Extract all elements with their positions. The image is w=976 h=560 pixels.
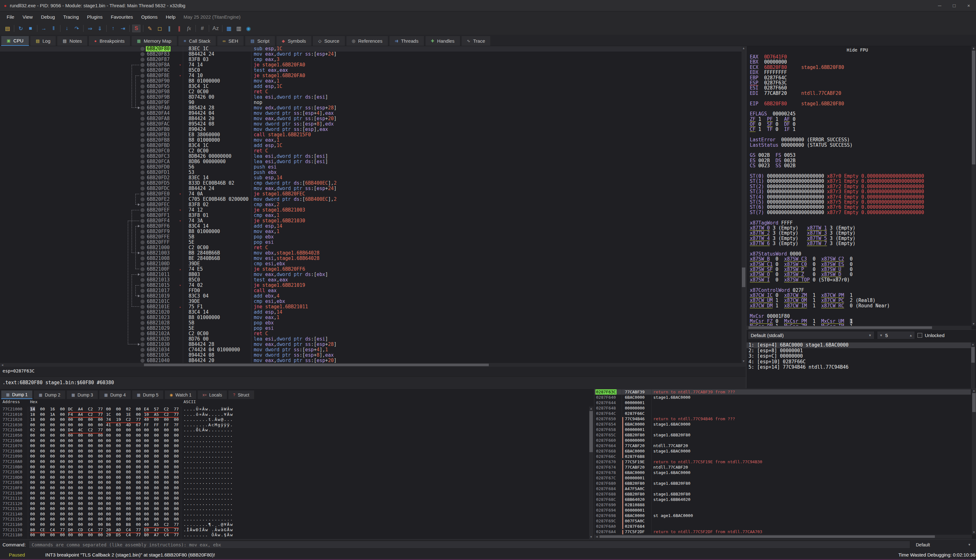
disasm-row[interactable]: 6BB2102AC2 0C00ret C	[0, 331, 742, 337]
dump-row[interactable]: 77C2111000 00 00 0000 00 00 0000 00 00 0…	[0, 496, 589, 501]
az-icon[interactable]: Az	[211, 24, 220, 33]
run-icon[interactable]: →	[39, 24, 49, 33]
argument-row[interactable]: 4: [esp+10] 0287F66C	[747, 359, 971, 365]
tab-references[interactable]: ◎References	[346, 36, 388, 46]
dump-row[interactable]: 77C2113000 00 00 0000 00 00 0000 00 00 0…	[0, 506, 589, 512]
register-line[interactable]: x87CW_DM 1 x87CW_IM 1 x87CW_RC 0 (Round …	[750, 303, 971, 308]
breakpoint-dot[interactable]	[140, 95, 145, 99]
disasm-row[interactable]: 6BB20FA4894424 04mov dword ptr ss:[esp+4…	[0, 111, 742, 116]
register-line[interactable]: ST(3) 00000000000000000000 x87r3 Empty 0…	[750, 189, 971, 194]
stack-row[interactable]: 0287F65800000001	[594, 427, 971, 432]
arguments-vscrollbar[interactable]: ▲	[971, 342, 975, 388]
register-line[interactable]: EAX 0D7641F0	[750, 54, 971, 60]
register-line[interactable]: CS 0023 SS 002B	[750, 163, 971, 168]
scroll-up-icon[interactable]: ▲	[971, 343, 975, 346]
register-line[interactable]: x87ControlWord 027F	[750, 288, 971, 293]
menu-options[interactable]: Options	[137, 14, 162, 20]
breakpoint-dot[interactable]	[140, 63, 145, 67]
disasm-row[interactable]: 6BB20F9B8D7426 00lea esi,dword ptr ds:[e…	[0, 95, 742, 100]
disasm-row[interactable]: 6BB20F8083EC 1Csub esp,1C	[0, 46, 742, 52]
breakpoint-dot[interactable]	[140, 305, 145, 309]
register-line[interactable]	[750, 132, 971, 137]
breakpoint-dot[interactable]	[140, 219, 145, 223]
stack-row[interactable]: 0287F64400000001	[594, 400, 971, 405]
stack-row[interactable]: 0287F69400000001	[594, 508, 971, 513]
breakpoint-dot[interactable]	[140, 251, 145, 255]
memory-icon[interactable]: ▥	[234, 24, 244, 33]
execute-till-return-icon[interactable]: ⇒	[85, 24, 95, 33]
disasm-row[interactable]: 6BB20F8783F8 03cmp eax,3	[0, 57, 742, 62]
step-over-icon[interactable]: ↷	[72, 24, 82, 33]
disasm-row[interactable]: 6BB20F9583C4 1Cadd esp,1C	[0, 84, 742, 89]
dump-row[interactable]: 77C2106000 00 00 0000 00 00 0000 00 00 0…	[0, 438, 589, 443]
stack-row[interactable]: 0287F684A47F5A0C	[594, 486, 971, 492]
trace-coverage-icon[interactable]: ∥	[174, 24, 184, 33]
dump-row[interactable]: 77C2105000 00 00 0000 00 00 0000 00 00 0…	[0, 433, 589, 438]
disasm-row[interactable]: 6BB20FD153push ebx	[0, 170, 742, 175]
disasm-row[interactable]: 6BB21015▾74 02je stage1.6BB21019	[0, 283, 742, 288]
register-line[interactable]: x87SW_C1 0 x87SW_C0 0 x87SW_ES 0	[750, 262, 971, 267]
dump-row[interactable]: 77C2114000 00 00 0000 00 00 0000 00 00 0…	[0, 512, 589, 517]
breakpoint-dot[interactable]	[140, 127, 145, 132]
disasm-row[interactable]: 6BB2103C894424 08mov dword ptr ss:[esp+8…	[0, 353, 742, 358]
arguments-vscroll-thumb[interactable]	[971, 347, 975, 363]
disasm-row[interactable]: 6BB20FA08B5424 28mov edx,dword ptr ss:[e…	[0, 105, 742, 111]
breakpoint-dot[interactable]	[140, 58, 145, 62]
stack-row[interactable]: 0287F6986BAC0000st age1.6BAC0000	[594, 513, 971, 518]
hash-icon[interactable]: #	[197, 24, 207, 33]
breakpoint-dot[interactable]	[140, 289, 145, 293]
disasm-row[interactable]: 6BB20FC38DB426 00000000lea esi,dword ptr…	[0, 154, 742, 159]
breakpoint-dot[interactable]	[140, 358, 145, 363]
breakpoint-dot[interactable]	[140, 138, 145, 142]
register-line[interactable]	[750, 96, 971, 101]
tab-symbols[interactable]: ◆Symbols	[276, 36, 312, 46]
breakpoint-dot[interactable]	[140, 257, 145, 260]
breakpoint-dot[interactable]	[140, 203, 145, 207]
calling-convention-select[interactable]: Default (stdcall) ▼	[748, 331, 874, 339]
tab-struct[interactable]: ?Struct	[228, 390, 254, 399]
breakpoint-dot[interactable]	[140, 192, 145, 196]
tab-threads[interactable]: ⇉Threads	[389, 36, 424, 46]
disasm-row[interactable]: 6BB21034C74424 04 01000000mov dword ptr …	[0, 347, 742, 353]
breakpoint-dot[interactable]	[140, 133, 145, 137]
disasm-row[interactable]: 6BB2100F▴74 E5je stage1.6BB20FF6	[0, 267, 742, 272]
stack-row[interactable]: 0287F6A477C5F2DFreturn to ntdll.77C5F2DF…	[594, 529, 971, 534]
breakpoint-dot[interactable]	[140, 246, 145, 250]
disasm-hscrollbar[interactable]: ◀ ▶	[0, 363, 746, 367]
breakpoint-dot[interactable]	[140, 187, 145, 191]
stack-row[interactable]: 0287F6806BB20F80stage1.6BB20F80	[594, 481, 971, 486]
disasm-row[interactable]: 6BB20FB8B8 01000000mov eax,1	[0, 138, 742, 143]
open-file-icon[interactable]: ▤	[3, 24, 12, 33]
tab-dump-4[interactable]: ▦Dump 4	[99, 390, 131, 399]
breakpoint-dot[interactable]	[140, 165, 145, 169]
registers-vscrollbar[interactable]: ▲ ▼	[971, 46, 976, 326]
stack-row[interactable]: 0287F63C77CABF39return to ntdll.77CABF39…	[594, 389, 971, 395]
stack-row[interactable]: 0287F6406BAC0000stage1.6BAC0000	[594, 395, 971, 400]
stack-row[interactable]: 0287F65C6BB20F80stage1.6BB20F80	[594, 432, 971, 438]
disasm-row[interactable]: 6BB20FAC895424 08mov dword ptr ss:[esp+8…	[0, 122, 742, 127]
register-line[interactable]: x87StatusWord 0000	[750, 252, 971, 257]
dump-row[interactable]: 77C2101018 00 1A 00F4 A4 C2 771C 00 1E 0…	[0, 412, 589, 417]
stack-row[interactable]: 0287F6686BAC0000stage1.6BAC0000	[594, 448, 971, 454]
menu-debug[interactable]: Debug	[37, 14, 59, 20]
breakpoint-dot[interactable]	[140, 176, 145, 180]
menu-favourites[interactable]: Favourites	[107, 14, 137, 20]
breakpoint-dot[interactable]	[140, 348, 145, 352]
fx-icon[interactable]: fx	[184, 24, 194, 33]
register-line[interactable]: x87TW_2 3 (Empty) x87TW_3 3 (Empty)	[750, 230, 971, 235]
stack-row[interactable]: 0287F66477CABF20ntdll.77CABF20	[594, 443, 971, 448]
disasm-row[interactable]: 6BB20F8E▾74 10je stage1.6BB20FA0	[0, 73, 742, 78]
breakpoint-dot[interactable]	[140, 326, 145, 330]
disasm-row[interactable]: 6BB210308B4424 28mov eax,dword ptr ss:[e…	[0, 342, 742, 347]
menu-view[interactable]: View	[18, 14, 37, 20]
stack-vscrollbar[interactable]: ▲ ▼	[972, 388, 976, 534]
breakpoint-dot[interactable]	[140, 230, 145, 234]
register-line[interactable]: ESP 0287F63C	[750, 80, 971, 85]
register-line[interactable]: x87TW_0 3 (Empty) x87TW_1 3 (Empty)	[750, 225, 971, 230]
stack-row[interactable]: 0287F6A00287F684	[594, 523, 971, 529]
unlocked-checkbox[interactable]	[918, 333, 922, 338]
register-line[interactable]: ST(4) 00000000000000000000 x87r4 Empty 0…	[750, 195, 971, 200]
stack-row[interactable]: 0287F64800000000	[594, 405, 971, 411]
disasm-row[interactable]: 6BB210118B03mov eax,dword ptr ds:[ebx]	[0, 272, 742, 277]
breakpoint-dot[interactable]	[140, 337, 145, 341]
